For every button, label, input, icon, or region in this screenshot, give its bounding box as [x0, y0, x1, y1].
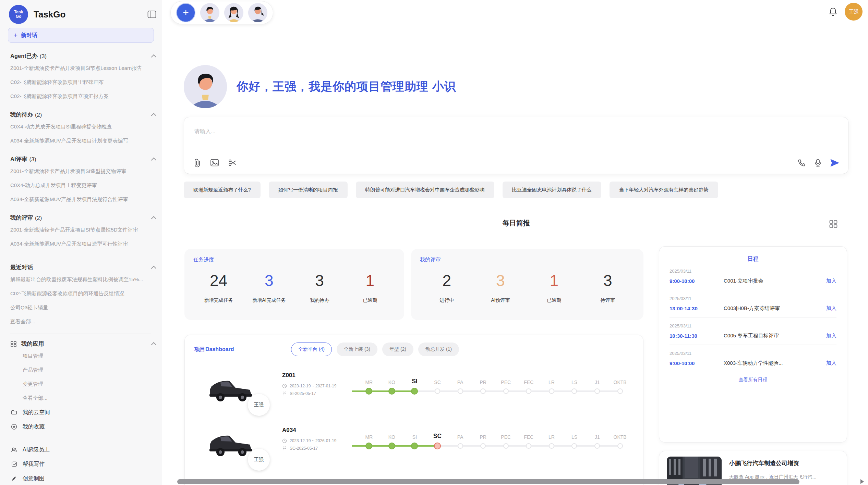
project-row-z001[interactable]: 王强 Z001 2023-12-19 ~ 2027-01-19 SI-2025-…: [194, 371, 634, 411]
sidebar-group-my-apps[interactable]: 我的应用: [10, 339, 156, 349]
milestone-label: KO: [381, 430, 403, 440]
sidebar-group-my-review[interactable]: 我的评审(2): [10, 213, 156, 223]
sidebar-group-my-todo[interactable]: 我的待办(2): [10, 110, 156, 120]
sidebar-item[interactable]: C0X4-动力总成开发项目工程变更评审: [10, 178, 156, 192]
milestone-dot: [388, 443, 395, 449]
project-row-a034[interactable]: 王强 A034 2023-12-19 ~ 2026-01-19 SC-2025-…: [194, 426, 634, 466]
apps-view-all[interactable]: 查看全部...: [10, 391, 156, 405]
event-time: 10:30-11:30: [670, 333, 724, 339]
event-join-link[interactable]: 加入: [826, 333, 836, 339]
recent-chat-item[interactable]: 公司Q3轻卡销量: [10, 301, 156, 315]
scroll-right-arrow[interactable]: [860, 479, 864, 484]
sidebar-item-help-write[interactable]: 帮我写作: [10, 457, 156, 471]
image-upload-icon[interactable]: [210, 159, 219, 167]
news-title: 小鹏飞行汽车制造公司增资: [729, 459, 816, 467]
event-date: 2025/03/11: [670, 269, 836, 274]
milestone-dot: [365, 443, 372, 449]
sidebar-item-ai-staff[interactable]: AI超级员工: [10, 443, 156, 457]
star-circle-icon: [10, 424, 18, 430]
sidebar-item-cloud-space[interactable]: 我的云空间: [10, 405, 156, 420]
scissors-icon[interactable]: [228, 159, 237, 167]
chevron-up-icon: [151, 216, 157, 221]
horizontal-scrollbar-thumb[interactable]: [177, 479, 799, 484]
milestone-dot: [434, 443, 441, 449]
chat-input-card: 请输入...: [184, 117, 848, 174]
milestone-label: J1: [586, 430, 609, 440]
milestone: J1: [586, 375, 609, 411]
recent-view-all[interactable]: 查看全部...: [10, 315, 156, 329]
milestone-dot: [458, 443, 463, 449]
sidebar-group-my-todo-list: C0X4-动力总成开发项目SI里程碑提交物检查A034-全新新能源MUV产品开发…: [10, 120, 156, 148]
dashboard-tab[interactable]: 全新平台 (4): [291, 343, 332, 356]
suggestion-chip[interactable]: 欧洲新规最近颁布了什么?: [184, 182, 261, 198]
milestone: KO: [381, 375, 403, 411]
stat: 3 AI预评审: [474, 269, 528, 303]
sidebar-group-ai-review[interactable]: AI评审(3): [10, 154, 156, 164]
flag-icon: [282, 391, 287, 396]
add-chat-button[interactable]: +: [176, 3, 195, 22]
milestone-dot: [365, 388, 372, 395]
agent-avatar-1[interactable]: [200, 3, 219, 22]
milestone: SC: [426, 430, 449, 466]
schedule-title: 日程: [670, 256, 836, 263]
milestone: MR: [358, 375, 381, 411]
recent-chat-item[interactable]: C02-飞腾新能源轻客改款项目的闭环通告反馈情况: [10, 287, 156, 301]
attachment-icon[interactable]: [193, 159, 201, 167]
app-item[interactable]: 产品管理: [23, 363, 156, 377]
event-join-link[interactable]: 加入: [826, 305, 836, 312]
suggestion-chip[interactable]: 如何写一份清晰的项目周报: [269, 182, 348, 198]
sidebar-item-favorites[interactable]: 我的收藏: [10, 420, 156, 434]
microphone-icon[interactable]: [814, 159, 822, 167]
recent-chat-item[interactable]: 解释最新出台的欧盟报废车法规再生塑料比例被调至15%...: [10, 273, 156, 287]
app-item[interactable]: 项目管理: [23, 349, 156, 363]
agent-avatar-2[interactable]: [224, 3, 243, 22]
milestone-label: SI: [403, 430, 426, 440]
sidebar-item-creative-draw[interactable]: 创意制图: [10, 471, 156, 485]
chat-input[interactable]: 请输入...: [194, 128, 215, 135]
sidebar-item[interactable]: Z001-全新燃油轻卡产品开发项目SI节点属性5D文件评审: [10, 223, 156, 237]
sidebar-apps-list: 项目管理产品管理变更管理: [10, 349, 156, 391]
milestone-label: SC: [426, 375, 449, 385]
sidebar-item[interactable]: C0X4-动力总成开发项目SI里程碑提交物检查: [10, 120, 156, 134]
stat: 1 已逾期: [527, 269, 581, 303]
new-chat-button[interactable]: + 新对话: [8, 28, 154, 43]
milestone-label: LS: [563, 375, 586, 385]
sidebar-item[interactable]: Z001-全新燃油皮卡产品开发项目SI节点Lesson Learn报告: [10, 61, 156, 75]
suggestion-chip[interactable]: 当下年轻人对汽车外观有怎样的喜好趋势: [610, 182, 718, 198]
notification-bell-icon[interactable]: [829, 7, 837, 16]
dashboard-tab[interactable]: 动总开发 (1): [418, 343, 459, 356]
sidebar-collapse-icon[interactable]: [147, 10, 156, 18]
flag-icon: [282, 446, 287, 451]
sidebar-item[interactable]: A034-全新新能源MUV产品开发项目计划变更表编写: [10, 134, 156, 148]
stat-value: 3: [581, 269, 635, 292]
view-all-schedule-link[interactable]: 查看所有日程: [670, 372, 836, 388]
agent-avatar-3[interactable]: [248, 3, 267, 22]
suggestion-chip[interactable]: 比亚迪全固态电池计划具体说了什么: [503, 182, 601, 198]
suggestion-chip[interactable]: 特朗普可能对进口汽车增税会对中国车企造成哪些影响: [356, 182, 494, 198]
sidebar-item[interactable]: A034-全新新能源MUV产品开发项目法规符合性评审: [10, 192, 156, 207]
dashboard-tab[interactable]: 全新上装 (3): [337, 343, 377, 356]
sidebar-item[interactable]: C02-飞腾新能源轻客改款项目里程碑画布: [10, 75, 156, 89]
stat-label: 我的待办: [294, 297, 345, 303]
user-avatar[interactable]: 王强: [845, 3, 863, 21]
dashboard-tab[interactable]: 年型 (2): [382, 343, 413, 356]
milestone-label: PA: [449, 375, 472, 385]
event-join-link[interactable]: 加入: [826, 360, 836, 366]
stat-value: 2: [420, 269, 474, 292]
event-join-link[interactable]: 加入: [826, 278, 836, 284]
sidebar-group-recent-chats[interactable]: 最近对话: [10, 262, 156, 273]
milestone-label: PEC: [494, 430, 517, 440]
phone-call-icon[interactable]: [797, 159, 806, 167]
event-date: 2025/03/11: [670, 351, 836, 356]
sidebar-item[interactable]: C02-飞腾新能源轻客改款项目立项汇报方案: [10, 89, 156, 103]
plus-icon: +: [14, 32, 17, 39]
greeting-text: 你好，王强，我是你的项目管理助理 小识: [237, 79, 456, 95]
milestone-dot: [571, 443, 577, 449]
sidebar-group-agent-done[interactable]: Agent已办(3): [10, 51, 156, 61]
sidebar-item[interactable]: A034-全新新能源MUV产品开发项目造型可行性评审: [10, 237, 156, 251]
send-icon[interactable]: [830, 158, 839, 167]
milestone: KO: [381, 430, 403, 466]
sidebar-item[interactable]: Z001-全新燃油轻卡产品开发项目SI造型提交物评审: [10, 164, 156, 178]
app-item[interactable]: 变更管理: [23, 377, 156, 391]
briefing-layout-icon[interactable]: [829, 220, 838, 228]
